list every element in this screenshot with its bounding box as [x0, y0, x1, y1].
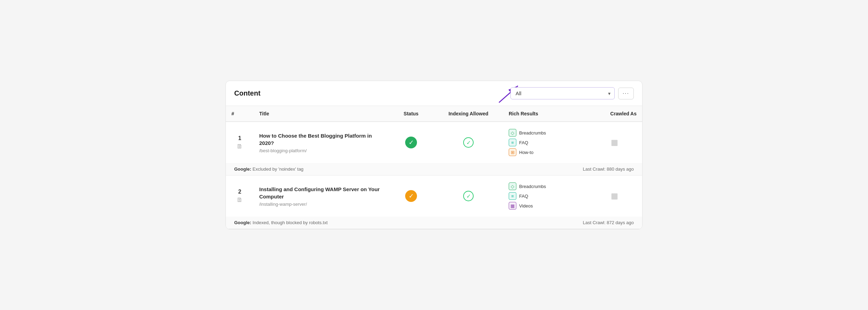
status-circle-green-1: ✓	[405, 137, 417, 148]
breadcrumbs-icon-2: ◇	[509, 182, 516, 190]
row-title-2: Installing and Configuring WAMP Server o…	[259, 186, 383, 200]
videos-icon-2: ▦	[509, 202, 516, 210]
row-num-1: 1 🗎	[226, 132, 254, 154]
header-controls: All Indexed Not Indexed Excluded ▾ ···	[510, 87, 634, 99]
rich-label-breadcrumbs-1: Breadcrumbs	[519, 130, 546, 136]
row-rich-1: ◇ Breadcrumbs ≡ FAQ ⊞ How-to	[503, 125, 587, 160]
card-header: Content All Indexed Not Indexed Excluded	[226, 81, 642, 106]
table-row-group-2: 2 🗎 Installing and Configuring WAMP Serv…	[226, 176, 642, 229]
card-title: Content	[234, 89, 261, 97]
col-header-num: #	[226, 106, 254, 121]
rich-item-howto-1: ⊞ How-to	[509, 148, 581, 156]
content-card: Content All Indexed Not Indexed Excluded	[226, 81, 642, 229]
col-header-rich: Rich Results	[503, 106, 587, 121]
status-check-icon-2: ✓	[409, 192, 414, 200]
row-footer-1: Google: Excluded by 'noindex' tag Last C…	[226, 163, 642, 175]
row-title-cell-1: How to Choose the Best Blogging Platform…	[254, 129, 388, 157]
col-header-indexing: Indexing Allowed	[434, 106, 503, 121]
status-check-icon-1: ✓	[409, 139, 414, 146]
footer-crawl-1: Last Crawl: 880 days ago	[583, 166, 634, 172]
document-icon-1: 🗎	[231, 143, 248, 150]
row-rich-2: ◇ Breadcrumbs ≡ FAQ ▦ Videos	[503, 179, 587, 213]
table-row-group-1: 1 🗎 How to Choose the Best Blogging Plat…	[226, 122, 642, 176]
mobile-icon-2: ▦	[611, 191, 618, 201]
table-header: # Title Status Indexing Allowed Rich Res…	[226, 106, 642, 122]
row-crawled-2: ▦	[587, 188, 642, 204]
status-circle-orange-2: ✓	[405, 190, 417, 202]
row-num-2: 2 🗎	[226, 185, 254, 207]
indexing-check-2: ✓	[463, 191, 474, 201]
row-status-1: ✓	[388, 133, 434, 152]
col-header-crawled: Crawled As	[587, 106, 642, 121]
row-indexing-1: ✓	[434, 134, 503, 151]
filter-select[interactable]: All Indexed Not Indexed Excluded	[510, 87, 615, 99]
rich-label-faq-2: FAQ	[519, 194, 528, 199]
rich-item-breadcrumbs-1: ◇ Breadcrumbs	[509, 129, 581, 137]
mobile-icon-1: ▦	[611, 138, 618, 147]
filter-select-wrapper: All Indexed Not Indexed Excluded ▾	[510, 87, 615, 99]
rich-label-videos-2: Videos	[519, 203, 533, 209]
document-icon-2: 🗎	[231, 196, 248, 204]
table-row: 2 🗎 Installing and Configuring WAMP Serv…	[226, 176, 642, 217]
table-row: 1 🗎 How to Choose the Best Blogging Plat…	[226, 122, 642, 163]
rich-label-breadcrumbs-2: Breadcrumbs	[519, 184, 546, 189]
rich-label-howto-1: How-to	[519, 150, 533, 155]
howto-icon-1: ⊞	[509, 148, 516, 156]
rich-item-breadcrumbs-2: ◇ Breadcrumbs	[509, 182, 581, 190]
indexing-check-icon-1: ✓	[466, 139, 471, 146]
row-url-2: /installing-wamp-server/	[259, 202, 383, 207]
indexing-check-1: ✓	[463, 137, 474, 148]
rich-label-faq-1: FAQ	[519, 140, 528, 145]
row-url-1: /best-blogging-platform/	[259, 148, 383, 153]
faq-icon-2: ≡	[509, 192, 516, 200]
col-header-status: Status	[388, 106, 434, 121]
indexing-check-icon-2: ✓	[466, 193, 471, 199]
rich-item-videos-2: ▦ Videos	[509, 202, 581, 210]
row-footer-2: Google: Indexed, though blocked by robot…	[226, 217, 642, 229]
col-header-title: Title	[254, 106, 388, 121]
footer-google-1: Google: Excluded by 'noindex' tag	[234, 166, 303, 172]
row-title-cell-2: Installing and Configuring WAMP Server o…	[254, 182, 388, 210]
breadcrumbs-icon-1: ◇	[509, 129, 516, 137]
row-crawled-1: ▦	[587, 134, 642, 150]
row-status-2: ✓	[388, 187, 434, 205]
footer-google-2: Google: Indexed, though blocked by robot…	[234, 220, 328, 225]
more-options-button[interactable]: ···	[618, 88, 634, 99]
footer-crawl-2: Last Crawl: 872 days ago	[583, 220, 634, 225]
faq-icon-1: ≡	[509, 139, 516, 146]
row-title-1: How to Choose the Best Blogging Platform…	[259, 132, 383, 147]
rich-item-faq-2: ≡ FAQ	[509, 192, 581, 200]
row-indexing-2: ✓	[434, 187, 503, 205]
rich-item-faq-1: ≡ FAQ	[509, 139, 581, 146]
